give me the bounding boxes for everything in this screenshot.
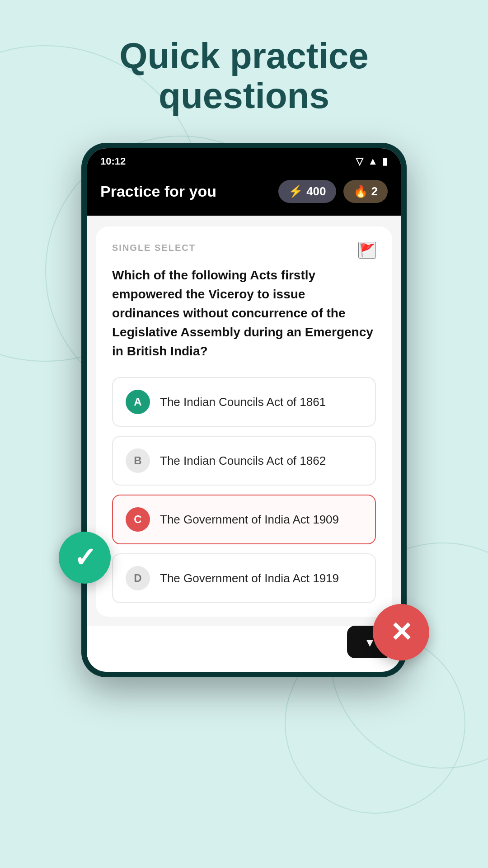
option-c[interactable]: C The Government of India Act 1909 xyxy=(112,495,376,544)
option-b-label: B xyxy=(126,448,150,473)
streak-emoji: 🔥 xyxy=(353,184,368,198)
quiz-card: SINGLE SELECT 🚩 Which of the following A… xyxy=(96,226,392,617)
notif-icon: ▽ xyxy=(356,156,363,167)
option-d-label: D xyxy=(126,566,150,590)
phone-mockup: 10:12 ▽ ▲ ▮ Practice for you ⚡ 400 🔥 xyxy=(81,143,407,677)
streak-value: 2 xyxy=(371,184,378,198)
options-list: A The Indian Councils Act of 1861 B The … xyxy=(112,377,376,603)
status-time: 10:12 xyxy=(100,156,126,167)
points-badge: ⚡ 400 xyxy=(278,180,336,203)
option-c-label: C xyxy=(126,507,150,532)
points-value: 400 xyxy=(306,184,326,198)
check-icon: ✓ xyxy=(74,544,96,571)
option-a-label: A xyxy=(126,390,150,414)
battery-icon: ▮ xyxy=(382,156,388,167)
status-bar: 10:12 ▽ ▲ ▮ xyxy=(87,148,401,172)
phone-wrapper: ✓ ✕ 10:12 ▽ ▲ ▮ Practice for you ⚡ xyxy=(54,143,434,677)
option-a-text: The Indian Councils Act of 1861 xyxy=(160,395,326,409)
page-title: Quick practice questions xyxy=(0,0,488,143)
points-emoji: ⚡ xyxy=(288,184,303,198)
app-header: Practice for you ⚡ 400 🔥 2 xyxy=(87,172,401,216)
wifi-icon: ▲ xyxy=(368,156,378,167)
phone-screen: 10:12 ▽ ▲ ▮ Practice for you ⚡ 400 🔥 xyxy=(87,148,401,672)
option-b-text: The Indian Councils Act of 1862 xyxy=(160,454,326,468)
phone-bottom: ▾ xyxy=(87,626,401,672)
x-icon: ✕ xyxy=(390,619,413,646)
fab-wrong-button[interactable]: ✕ xyxy=(373,604,429,660)
streak-badge: 🔥 2 xyxy=(343,180,388,203)
option-c-text: The Government of India Act 1909 xyxy=(160,513,339,527)
flag-button[interactable]: 🚩 xyxy=(358,242,376,259)
option-d-text: The Government of India Act 1919 xyxy=(160,571,339,585)
next-icon: ▾ xyxy=(366,634,373,650)
question-text: Which of the following Acts firstly empo… xyxy=(112,266,376,361)
question-type-label: SINGLE SELECT xyxy=(112,243,376,253)
fab-correct-button[interactable]: ✓ xyxy=(59,532,111,584)
option-b[interactable]: B The Indian Councils Act of 1862 xyxy=(112,436,376,486)
header-badges: ⚡ 400 🔥 2 xyxy=(278,180,388,203)
status-icons: ▽ ▲ ▮ xyxy=(356,156,388,167)
option-a[interactable]: A The Indian Councils Act of 1861 xyxy=(112,377,376,427)
app-header-title: Practice for you xyxy=(100,183,216,200)
option-d[interactable]: D The Government of India Act 1919 xyxy=(112,553,376,603)
